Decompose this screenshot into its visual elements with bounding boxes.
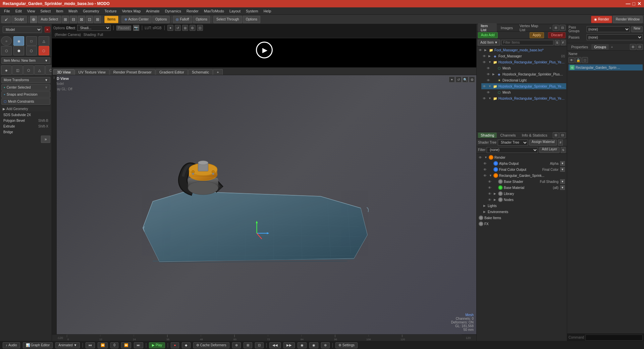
props-expand-icon[interactable]: ⊞ xyxy=(630,44,636,50)
base-mat-select[interactable]: ▼ xyxy=(560,185,565,190)
more-transforms-btn[interactable]: More Transforms ▼ xyxy=(1,77,50,83)
vp-search-icon[interactable]: 🔍 xyxy=(462,77,468,83)
eye-icon-6[interactable]: 👁 xyxy=(487,79,491,82)
audio-btn[interactable]: ♪ Audio xyxy=(3,342,20,348)
graph-editor-btn[interactable]: 📊 Graph Editor xyxy=(23,342,53,348)
menu-maxtomodo[interactable]: MaxToModo xyxy=(201,8,227,14)
group-lock-icon[interactable]: 🔒 xyxy=(575,57,581,63)
menu-edit[interactable]: Edit xyxy=(13,8,24,14)
vp-settings-icon[interactable]: ⚙ xyxy=(469,77,475,83)
shader-rect-garden[interactable]: 👁 ▼ Rectangular_Garden_Sprink... xyxy=(482,172,566,179)
tab-groups[interactable]: Groups xyxy=(591,44,609,50)
expand-icon-9[interactable]: ▼ xyxy=(488,97,492,100)
filter-mode-btn[interactable]: S xyxy=(555,40,559,45)
add-item-btn[interactable]: Add Item ▼ xyxy=(478,40,500,46)
transform-1[interactable]: ◈ xyxy=(1,65,12,75)
render-btn[interactable]: ◉ Render xyxy=(591,16,612,23)
sculpt-btn[interactable]: Sculpt xyxy=(11,16,27,23)
render-window-btn[interactable]: Render Window xyxy=(613,16,643,23)
record-btn[interactable]: ● xyxy=(171,342,179,348)
shd-expand-icon[interactable]: ⊞ xyxy=(553,132,559,138)
bridge-btn[interactable]: Bridge xyxy=(1,130,50,135)
play-btn-status[interactable]: ▶ Play xyxy=(149,342,165,348)
tab-channels[interactable]: Channels xyxy=(497,133,518,138)
expand-icon-5[interactable]: ▶ xyxy=(492,72,496,76)
transform-4[interactable]: △ xyxy=(34,65,45,75)
center-selected-btn[interactable]: Center Selected ▼ xyxy=(1,84,50,91)
action-center-btn[interactable]: ⊕ Action Center xyxy=(121,16,152,23)
shader-vis-alpha[interactable]: 👁 xyxy=(483,162,488,165)
shader-final-color[interactable]: 👁 Final Color Output Final Color ▼ xyxy=(482,166,566,172)
shader-tree-select[interactable]: Shader Tree xyxy=(498,140,528,146)
prev-frame-btn[interactable]: ⏮ xyxy=(86,342,95,348)
menu-mesh[interactable]: Mesh xyxy=(66,8,80,14)
eye-icon[interactable]: 👁 xyxy=(479,48,483,52)
tool-icon-1[interactable]: ⊕ xyxy=(30,16,37,23)
auto-add-btn[interactable]: Auto Add xyxy=(478,32,498,38)
sculpt-mode-icon[interactable]: 🖌 xyxy=(1,16,11,23)
ctrl-8[interactable]: ⊕ xyxy=(321,342,330,348)
final-effect-select[interactable]: ▼ xyxy=(560,167,565,172)
shader-expand-render[interactable]: ▼ xyxy=(484,156,488,159)
shader-nodes[interactable]: 👁 ▶ Nodes xyxy=(487,197,566,203)
eye-icon-8[interactable]: 👁 xyxy=(487,91,491,94)
menu-render[interactable]: Render xyxy=(184,8,201,14)
tab-render-preset[interactable]: Render Preset Browser xyxy=(110,69,155,75)
il-shrink-icon[interactable]: ⊟ xyxy=(559,25,566,31)
item-mesh-1[interactable]: 👁 ⬡ Mesh xyxy=(485,65,566,71)
item-dir-light[interactable]: 👁 ☀ Directional Light xyxy=(485,77,566,83)
items-btn[interactable]: Items xyxy=(104,16,118,23)
shader-vis-base[interactable]: 👁 xyxy=(488,180,493,184)
keyframe-btn[interactable]: ◆ xyxy=(182,342,191,348)
shader-vis-lib[interactable]: 👁 xyxy=(488,192,493,196)
filter-flag-btn[interactable]: F xyxy=(561,40,566,45)
shader-vis-nodes[interactable]: 👁 xyxy=(488,198,493,202)
next-frame-btn[interactable]: ⏭ xyxy=(134,342,143,348)
menu-layout[interactable]: Layout xyxy=(227,8,243,14)
item-hozelock-3[interactable]: 👁 ▼ 📁 Hozelock_Rectangular_Sprinkler_Plu… xyxy=(481,95,566,101)
menu-animate[interactable]: Animate xyxy=(143,8,162,14)
shader-expand-lib[interactable]: ▶ xyxy=(494,192,497,195)
shader-expand-rect[interactable]: ▼ xyxy=(489,174,492,177)
snap-icon[interactable]: ⊠ xyxy=(78,16,85,23)
shader-alpha-output[interactable]: 👁 Alpha Output Alpha ▼ xyxy=(482,160,566,166)
viewport-3d[interactable]: 3D View Model Ray GL: Off ✦ ↺ 🔍 ⚙ m xyxy=(52,75,476,334)
assign-shortcut[interactable]: F xyxy=(558,140,563,146)
auto-select-btn[interactable]: Auto Select xyxy=(38,16,61,23)
tab-vertex-map[interactable]: Vertex Map List xyxy=(517,23,547,33)
maximize-btn[interactable]: □ xyxy=(633,1,635,6)
settings-btn[interactable]: ⚙ Settings xyxy=(335,342,358,348)
tab-uv-texture[interactable]: UV Texture View xyxy=(75,69,109,75)
apply-btn[interactable]: Apply xyxy=(530,32,544,38)
ctrl-7[interactable]: ◉ xyxy=(309,342,318,348)
minimize-btn[interactable]: — xyxy=(626,1,631,6)
expand-icon-7[interactable]: ▼ xyxy=(488,85,492,88)
vp-refresh-icon[interactable]: ↺ xyxy=(455,77,462,83)
animated-btn[interactable]: Animated ▼ xyxy=(55,342,80,348)
sds-subdivide-btn[interactable]: SDS Subdivide 2X xyxy=(1,112,50,117)
menu-file[interactable]: File xyxy=(1,8,13,14)
select-options-btn[interactable]: Options xyxy=(243,16,260,23)
ctrl-2[interactable]: ⊞ xyxy=(244,342,252,348)
transform-3[interactable]: ⬡ xyxy=(23,65,34,75)
menu-item[interactable]: Item xyxy=(53,8,66,14)
filter-select[interactable]: (none) xyxy=(487,147,538,153)
ctrl-3[interactable]: ⊡ xyxy=(255,342,264,348)
tab-shading[interactable]: Shading xyxy=(478,133,497,138)
menu-dynamics[interactable]: Dynamics xyxy=(162,8,184,14)
add-layer-btn[interactable]: Add Layer xyxy=(539,147,559,153)
shader-vis-render[interactable]: 👁 xyxy=(479,156,483,159)
tool-sphere[interactable]: ○ xyxy=(1,36,12,46)
add-list-tab[interactable]: + xyxy=(549,26,551,30)
tool-hex3[interactable]: ⬡ xyxy=(26,46,37,55)
assign-material-btn[interactable]: Assign Material xyxy=(529,140,557,146)
ctrl-5[interactable]: ▶▶ xyxy=(283,342,295,348)
group-type-icon[interactable]: □ xyxy=(582,57,588,63)
shader-render[interactable]: 👁 ▼ Render xyxy=(477,154,566,160)
new-pass-group-btn[interactable]: New xyxy=(631,26,643,32)
shader-base-shader[interactable]: 👁 Base Shader Full Shading ▼ xyxy=(487,179,566,185)
shader-lights[interactable]: ▶ Lights xyxy=(482,203,566,209)
more-tools-btn[interactable]: » xyxy=(41,136,50,143)
item-scene-root[interactable]: 👁 ▶ 📁 Foot_Massager_modo_base.lxo* xyxy=(477,47,566,53)
tab-item-list[interactable]: Item List xyxy=(478,23,497,33)
